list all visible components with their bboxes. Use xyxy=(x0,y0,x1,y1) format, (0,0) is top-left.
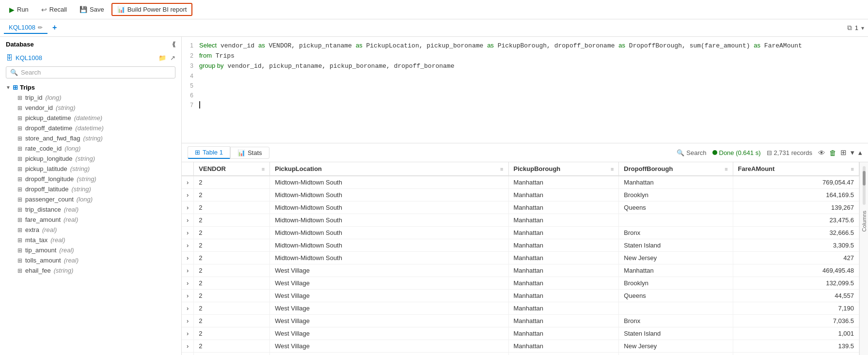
row-expand-icon[interactable]: › xyxy=(182,302,194,315)
row-expand-icon[interactable]: › xyxy=(182,353,194,355)
table-row[interactable]: › 2 West Village Manhattan New Jersey 13… xyxy=(182,340,859,353)
dropoff-borough-col-menu-icon[interactable]: ≡ xyxy=(725,166,727,172)
table-row[interactable]: › 2 West Village Manhattan 7,190 xyxy=(182,302,859,315)
tree-field-ehail_fee[interactable]: ⊞ ehail_fee (string) xyxy=(0,265,181,276)
tree-field-passenger_count[interactable]: ⊞ passenger_count (long) xyxy=(0,194,181,204)
table-row[interactable]: › 2 West Village Manhattan Brooklyn 132,… xyxy=(182,277,859,290)
tab-table1[interactable]: ⊞ Table 1 xyxy=(188,146,230,159)
delete-icon[interactable]: 🗑 xyxy=(829,149,836,157)
trips-table-name: Trips xyxy=(20,84,35,91)
eye-icon[interactable]: 👁 xyxy=(818,149,825,157)
columns-scrollbar[interactable] xyxy=(863,166,866,205)
table-row[interactable]: › 2 West Village Manhattan Queens 44,557 xyxy=(182,290,859,302)
tab-stats[interactable]: 📊 Stats xyxy=(230,147,269,159)
cell-dropoff-borough: Brooklyn xyxy=(619,189,733,201)
tree-field-rate_code_id[interactable]: ⊞ rate_code_id (long) xyxy=(0,143,181,154)
field-icon: ⊞ xyxy=(17,135,22,142)
tree-field-pickup_longitude[interactable]: ⊞ pickup_longitude (string) xyxy=(0,154,181,164)
row-expand-icon[interactable]: › xyxy=(182,227,194,239)
row-expand-icon[interactable]: › xyxy=(182,327,194,340)
run-button[interactable]: ▶ Run xyxy=(4,3,34,16)
tab-dropdown-icon[interactable]: ▾ xyxy=(861,25,864,31)
tree-field-dropoff_longitude[interactable]: ⊞ dropoff_longitude (string) xyxy=(0,174,181,184)
table-row[interactable]: › 2 Midtown-Midtown South Manhattan Bron… xyxy=(182,227,859,239)
edit-tab-icon[interactable]: ✏ xyxy=(38,24,43,31)
tree-field-trip_id[interactable]: ⊞ trip_id (long) xyxy=(0,93,181,103)
tree-field-store_and_fwd_flag[interactable]: ⊞ store_and_fwd_flag (string) xyxy=(0,133,181,143)
sidebar: Database ⟪ 🗄 KQL1008 📁 ↗ 🔍 ▼ ⊞ Trips xyxy=(0,37,182,355)
table-row[interactable]: › 2 Midtown-Midtown South Manhattan New … xyxy=(182,252,859,264)
tree-field-dropoff_datetime[interactable]: ⊞ dropoff_datetime (datetime) xyxy=(0,123,181,133)
tree-field-vendor_id[interactable]: ⊞ vendor_id (string) xyxy=(0,103,181,113)
table-row[interactable]: › 2 Midtown-Midtown South Manhattan Broo… xyxy=(182,189,859,201)
db-name[interactable]: KQL1008 xyxy=(16,54,42,62)
expand-col-header xyxy=(182,162,194,176)
row-expand-icon[interactable]: › xyxy=(182,201,194,214)
build-label: Build Power BI report xyxy=(127,6,187,13)
external-link-icon[interactable]: ↗ xyxy=(170,54,175,62)
vendor-col-menu-icon[interactable]: ≡ xyxy=(262,166,265,172)
trips-table-header[interactable]: ▼ ⊞ Trips xyxy=(0,82,181,93)
query-editor[interactable]: 1 Select vendor_id as VENDOR, pickup_nta… xyxy=(182,37,868,143)
editor-line-5: 5 xyxy=(182,81,868,91)
cell-fare-amount: 132,099.5 xyxy=(733,277,859,290)
copy-icon[interactable]: ⧉ xyxy=(847,24,852,32)
tree-field-pickup_latitude[interactable]: ⊞ pickup_latitude (string) xyxy=(0,164,181,174)
tree-field-fare_amount[interactable]: ⊞ fare_amount (real) xyxy=(0,215,181,225)
tree-field-tip_amount[interactable]: ⊞ tip_amount (real) xyxy=(0,245,181,255)
tree-field-extra[interactable]: ⊞ extra (real) xyxy=(0,225,181,235)
table-row[interactable]: › 2 West Village Manhattan Staten Island… xyxy=(182,327,859,340)
table-row[interactable]: › 2 Midtown-Midtown South Manhattan Quee… xyxy=(182,201,859,214)
table-row[interactable]: › 2 Hudson Yards-Chelsea-Flatiron-Union … xyxy=(182,353,859,355)
table-row[interactable]: › 2 Midtown-Midtown South Manhattan Manh… xyxy=(182,176,859,189)
chevron-up-icon[interactable]: ▴ xyxy=(858,148,862,157)
row-expand-icon[interactable]: › xyxy=(182,277,194,290)
row-expand-icon[interactable]: › xyxy=(182,315,194,327)
cell-pickup-location: Midtown-Midtown South xyxy=(270,227,508,239)
records-label: 2,731 records xyxy=(774,149,813,156)
row-expand-icon[interactable]: › xyxy=(182,252,194,264)
field-name: dropoff_longitude xyxy=(25,175,74,183)
row-expand-icon[interactable]: › xyxy=(182,290,194,302)
cell-pickup-borough: Manhattan xyxy=(508,315,619,327)
table-row[interactable]: › 2 Midtown-Midtown South Manhattan 23,4… xyxy=(182,214,859,227)
results-table-wrap[interactable]: VENDOR ≡ PickupLocation ≡ xyxy=(182,162,859,355)
build-powerbi-button[interactable]: 📊 Build Power BI report xyxy=(111,3,193,16)
chevron-down-icon[interactable]: ▾ xyxy=(851,148,854,157)
field-name: fare_amount xyxy=(25,216,61,223)
save-button[interactable]: 💾 Save xyxy=(74,3,110,15)
table-row[interactable]: › 2 West Village Manhattan Bronx 7,036.5 xyxy=(182,315,859,327)
tree-field-tolls_amount[interactable]: ⊞ tolls_amount (real) xyxy=(0,255,181,265)
tree-field-pickup_datetime[interactable]: ⊞ pickup_datetime (datetime) xyxy=(0,113,181,123)
add-tab-button[interactable]: + xyxy=(47,21,62,35)
cell-pickup-location: West Village xyxy=(270,340,508,353)
row-expand-icon[interactable]: › xyxy=(182,214,194,227)
grid-icon[interactable]: ⊞ xyxy=(840,148,847,157)
search-input[interactable] xyxy=(21,69,171,76)
row-expand-icon[interactable]: › xyxy=(182,239,194,252)
row-expand-icon[interactable]: › xyxy=(182,340,194,353)
pickup-borough-col-menu-icon[interactable]: ≡ xyxy=(611,166,614,172)
recall-button[interactable]: ↩ Recall xyxy=(36,3,72,16)
search-results-icon: 🔍 xyxy=(677,149,684,156)
query-tab[interactable]: KQL1008 ✏ xyxy=(4,22,47,34)
columns-sidebar-label[interactable]: Columns xyxy=(860,207,868,235)
field-name: rate_code_id xyxy=(25,145,62,152)
tree-field-trip_distance[interactable]: ⊞ trip_distance (real) xyxy=(0,204,181,215)
results-search-button[interactable]: 🔍 Search xyxy=(677,149,706,156)
row-expand-icon[interactable]: › xyxy=(182,176,194,189)
collapse-icon[interactable]: ⟪ xyxy=(172,41,175,48)
tree-field-dropoff_latitude[interactable]: ⊞ dropoff_latitude (string) xyxy=(0,184,181,194)
records-count: ⊟ 2,731 records xyxy=(767,149,813,156)
field-name: tip_amount xyxy=(25,247,56,254)
row-expand-icon[interactable]: › xyxy=(182,264,194,277)
table-row[interactable]: › 2 West Village Manhattan Manhattan 469… xyxy=(182,264,859,277)
table-row[interactable]: › 2 Midtown-Midtown South Manhattan Stat… xyxy=(182,239,859,252)
row-expand-icon[interactable]: › xyxy=(182,189,194,201)
fare-amount-col-menu-icon[interactable]: ≡ xyxy=(851,166,854,172)
pickup-location-col-menu-icon[interactable]: ≡ xyxy=(500,166,503,172)
sidebar-search-box[interactable]: 🔍 xyxy=(6,66,175,78)
tree-field-mta_tax[interactable]: ⊞ mta_tax (real) xyxy=(0,235,181,245)
cell-fare-amount: 164,169.5 xyxy=(733,189,859,201)
folder-icon[interactable]: 📁 xyxy=(158,54,166,62)
